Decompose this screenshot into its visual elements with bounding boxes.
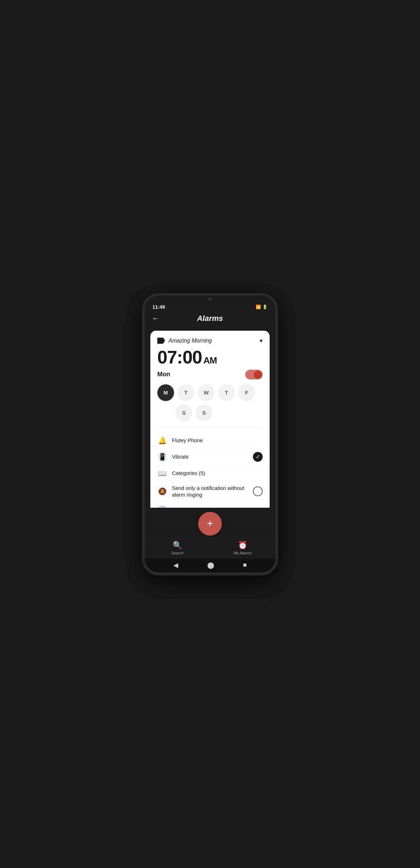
days-grid: M T W T F S S [157, 384, 263, 421]
day-tuesday[interactable]: T [178, 384, 194, 401]
ringtone-label: Flutey Phone [172, 437, 263, 444]
alarm-time[interactable]: 07:00AM [157, 348, 263, 366]
silent-notification-row[interactable]: 🔕 Send only a notification without alarm… [157, 481, 263, 502]
add-alarm-button[interactable]: + [198, 512, 222, 536]
settings-list: 🔔 Flutey Phone 📳 Vibrate ✓ 📖 Categories … [157, 428, 263, 508]
nav-search[interactable]: 🔍 Search [145, 541, 210, 555]
alarm-toggle[interactable] [245, 370, 263, 379]
vibrate-label: Vibrate [172, 453, 248, 460]
alarm-name[interactable]: Amazing Morning [168, 338, 212, 344]
android-recent-button[interactable]: ■ [243, 561, 247, 569]
page-title: Alarms [197, 314, 223, 323]
days-row-2: S S [157, 405, 263, 421]
status-bar: 11:49 📶 🔋 [145, 301, 275, 311]
silent-label: Send only a notification without alarm r… [172, 485, 248, 498]
day-saturday[interactable]: S [175, 405, 192, 421]
main-content: Amazing Morning ▾ 07:00AM Mon M T [145, 327, 275, 508]
bell-icon: 🔔 [157, 436, 167, 445]
days-row-1: M T W T F [157, 384, 263, 401]
categories-label: Categories (5) [172, 470, 263, 477]
silent-icon: 🔕 [157, 487, 167, 496]
android-nav: ◀ ⬤ ■ [145, 559, 275, 573]
android-back-button[interactable]: ◀ [173, 561, 178, 569]
am-pm: AM [203, 355, 217, 366]
status-icons: 📶 🔋 [256, 305, 268, 309]
battery-icon: 🔋 [262, 305, 268, 309]
categories-icon: 📖 [157, 469, 167, 477]
delete-row[interactable]: 🗑️ Delete [157, 502, 263, 508]
day-wednesday[interactable]: W [198, 384, 215, 401]
vibrate-icon: 📳 [157, 453, 167, 461]
categories-row[interactable]: 📖 Categories (5) [157, 466, 263, 481]
day-monday[interactable]: M [157, 384, 174, 401]
status-time: 11:49 [152, 304, 165, 310]
phone-frame: 11:49 📶 🔋 ← Alarms Amazing Morning ▾ [142, 293, 278, 575]
alarm-card: Amazing Morning ▾ 07:00AM Mon M T [150, 331, 270, 508]
active-day-label: Mon [157, 371, 170, 378]
search-nav-label: Search [171, 551, 183, 555]
back-button[interactable]: ← [152, 314, 159, 323]
chevron-down-icon[interactable]: ▾ [260, 337, 263, 345]
fab-area: + [145, 508, 275, 538]
search-icon: 🔍 [173, 541, 182, 550]
card-header-left: Amazing Morning [157, 338, 212, 344]
vibrate-row[interactable]: 📳 Vibrate ✓ [157, 448, 263, 466]
day-row: Mon [157, 370, 263, 379]
signal-icon: 📶 [256, 305, 261, 309]
day-sunday[interactable]: S [196, 405, 212, 421]
nav-my-alarms[interactable]: ⏰ My Alarms [210, 541, 275, 555]
android-home-button[interactable]: ⬤ [207, 561, 214, 569]
day-thursday[interactable]: T [218, 384, 235, 401]
top-bar: ← Alarms [145, 311, 275, 327]
my-alarms-nav-label: My Alarms [234, 551, 252, 555]
my-alarms-icon: ⏰ [238, 541, 247, 550]
card-header: Amazing Morning ▾ [157, 337, 263, 345]
day-friday[interactable]: F [238, 384, 255, 401]
tag-icon [157, 338, 165, 344]
toggle-knob [254, 371, 262, 378]
camera-notch [145, 296, 275, 301]
bottom-nav: 🔍 Search ⏰ My Alarms [145, 538, 275, 559]
camera-dot [208, 297, 212, 301]
vibrate-check[interactable]: ✓ [253, 452, 263, 462]
ringtone-row[interactable]: 🔔 Flutey Phone [157, 433, 263, 448]
silent-radio[interactable] [253, 486, 263, 496]
